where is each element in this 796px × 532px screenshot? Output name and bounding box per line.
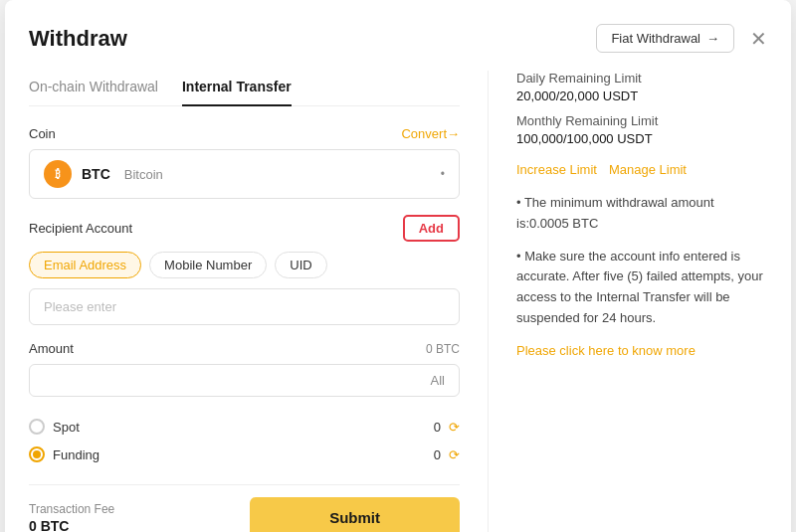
spot-label: Spot	[53, 420, 80, 435]
tab-internal-transfer[interactable]: Internal Transfer	[182, 71, 292, 106]
funding-refresh-icon[interactable]: ⟳	[449, 447, 460, 462]
tab-bar: On-chain Withdrawal Internal Transfer	[29, 71, 460, 106]
limit-actions: Increase Limit Manage Limit	[516, 162, 767, 177]
fee-value: 0 BTC	[29, 518, 114, 533]
monthly-limit-title: Monthly Remaining Limit	[516, 113, 767, 128]
spot-refresh-icon[interactable]: ⟳	[449, 420, 460, 435]
coin-dropdown-arrow: •	[441, 167, 445, 181]
monthly-limit-value: 100,000/100,000 USDT	[516, 131, 767, 146]
header-actions: Fiat Withdrawal → ✕	[596, 24, 767, 53]
coin-section: Coin Convert→ ₿ BTC Bitcoin •	[29, 126, 460, 199]
amount-input[interactable]	[44, 373, 364, 388]
funding-balance-row: Funding 0 ⟳	[29, 441, 460, 468]
account-type-mobile[interactable]: Mobile Number	[149, 252, 267, 278]
left-panel: On-chain Withdrawal Internal Transfer Co…	[29, 71, 489, 532]
recipient-label: Recipient Account	[29, 221, 132, 236]
tab-onchain[interactable]: On-chain Withdrawal	[29, 71, 158, 106]
funding-radio-inner	[33, 450, 41, 458]
footer-divider	[29, 484, 460, 485]
modal-header: Withdraw Fiat Withdrawal → ✕	[29, 24, 767, 53]
increase-limit-link[interactable]: Increase Limit	[516, 162, 597, 177]
amount-section: Amount 0 BTC All	[29, 341, 460, 397]
amount-input-wrapper: All	[29, 364, 460, 397]
btc-icon: ₿	[44, 160, 72, 188]
funding-radio[interactable]	[29, 446, 45, 462]
recipient-input[interactable]	[29, 288, 460, 325]
fee-label: Transaction Fee	[29, 502, 114, 516]
withdraw-modal: Withdraw Fiat Withdrawal → ✕ On-chain Wi…	[5, 0, 791, 532]
manage-limit-link[interactable]: Manage Limit	[609, 162, 687, 177]
daily-limit-value: 20,000/20,000 USDT	[516, 89, 767, 103]
recipient-section: Recipient Account Add Email Address Mobi…	[29, 215, 460, 325]
coin-symbol: BTC	[82, 166, 110, 182]
amount-label: Amount	[29, 341, 74, 356]
fee-section: Transaction Fee 0 BTC	[29, 502, 114, 533]
submit-button[interactable]: Submit	[250, 497, 460, 532]
spot-radio[interactable]	[29, 419, 45, 435]
account-type-tabs: Email Address Mobile Number UID	[29, 252, 460, 278]
modal-body: On-chain Withdrawal Internal Transfer Co…	[29, 71, 767, 532]
daily-limit-title: Daily Remaining Limit	[516, 71, 767, 86]
funding-value: 0	[434, 447, 441, 462]
account-type-uid[interactable]: UID	[275, 252, 326, 278]
form-footer: Transaction Fee 0 BTC Submit	[29, 497, 460, 532]
coin-label: Coin	[29, 126, 56, 141]
modal-title: Withdraw	[29, 26, 127, 52]
coin-selector[interactable]: ₿ BTC Bitcoin •	[29, 149, 460, 199]
amount-all-label[interactable]: All	[431, 373, 445, 388]
close-button[interactable]: ✕	[750, 29, 767, 49]
amount-btc-label: 0 BTC	[426, 342, 460, 356]
fiat-withdrawal-button[interactable]: Fiat Withdrawal →	[596, 24, 734, 53]
info-failed-attempts: • Make sure the account info entered is …	[516, 247, 767, 329]
info-min-withdrawal: • The minimum withdrawal amount is:0.000…	[516, 193, 767, 235]
coin-name: Bitcoin	[124, 167, 163, 182]
spot-value: 0	[434, 420, 441, 435]
funding-label: Funding	[53, 447, 100, 462]
spot-balance-row: Spot 0 ⟳	[29, 413, 460, 441]
right-panel: Daily Remaining Limit 20,000/20,000 USDT…	[489, 71, 767, 532]
add-button[interactable]: Add	[403, 215, 460, 242]
balance-section: Spot 0 ⟳ Funding 0	[29, 413, 460, 468]
convert-link[interactable]: Convert→	[401, 126, 460, 141]
click-more-link[interactable]: Please click here to know more	[516, 343, 696, 358]
account-type-email[interactable]: Email Address	[29, 252, 141, 278]
daily-limit-section: Daily Remaining Limit 20,000/20,000 USDT…	[516, 71, 767, 146]
